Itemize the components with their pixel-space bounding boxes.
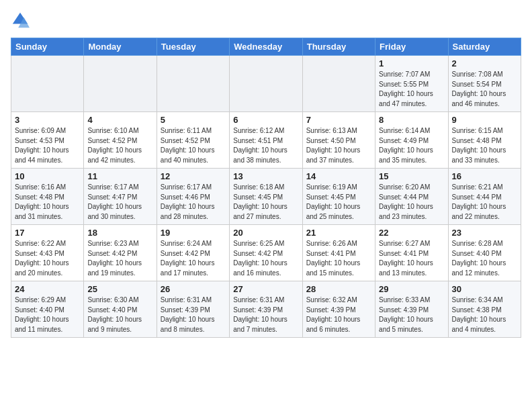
day-number: 29: [379, 284, 444, 294]
calendar-cell: 8Sunrise: 6:14 AM Sunset: 4:49 PM Daylig…: [375, 112, 448, 169]
day-number: 18: [87, 228, 152, 238]
day-number: 14: [306, 171, 371, 181]
day-info: Sunrise: 6:09 AM Sunset: 4:53 PM Dayligh…: [15, 126, 80, 165]
weekday-header: Monday: [84, 38, 157, 56]
day-number: 23: [452, 228, 517, 238]
calendar-cell: [84, 56, 157, 112]
calendar-week-row: 17Sunrise: 6:22 AM Sunset: 4:43 PM Dayli…: [11, 225, 521, 281]
day-number: 21: [306, 228, 371, 238]
calendar-cell: 24Sunrise: 6:29 AM Sunset: 4:40 PM Dayli…: [11, 281, 84, 338]
day-number: 17: [15, 228, 80, 238]
calendar-cell: 29Sunrise: 6:33 AM Sunset: 4:39 PM Dayli…: [375, 281, 448, 338]
weekday-header: Thursday: [302, 38, 375, 56]
calendar-cell: 6Sunrise: 6:12 AM Sunset: 4:51 PM Daylig…: [230, 112, 302, 169]
day-info: Sunrise: 6:10 AM Sunset: 4:52 PM Dayligh…: [87, 126, 152, 165]
day-number: 3: [15, 115, 80, 125]
calendar-cell: 19Sunrise: 6:24 AM Sunset: 4:42 PM Dayli…: [157, 225, 229, 281]
day-info: Sunrise: 6:14 AM Sunset: 4:49 PM Dayligh…: [379, 126, 444, 165]
day-number: 2: [452, 58, 517, 68]
calendar-table: SundayMondayTuesdayWednesdayThursdayFrid…: [11, 38, 521, 338]
calendar-cell: 28Sunrise: 6:32 AM Sunset: 4:39 PM Dayli…: [302, 281, 375, 338]
day-info: Sunrise: 6:33 AM Sunset: 4:39 PM Dayligh…: [379, 295, 444, 334]
day-info: Sunrise: 6:27 AM Sunset: 4:41 PM Dayligh…: [379, 239, 444, 278]
day-info: Sunrise: 6:21 AM Sunset: 4:44 PM Dayligh…: [452, 183, 517, 222]
calendar-cell: 23Sunrise: 6:28 AM Sunset: 4:40 PM Dayli…: [448, 225, 521, 281]
day-info: Sunrise: 6:18 AM Sunset: 4:45 PM Dayligh…: [233, 183, 298, 222]
day-number: 5: [161, 115, 226, 125]
day-info: Sunrise: 6:17 AM Sunset: 4:46 PM Dayligh…: [161, 183, 226, 222]
calendar-cell: 3Sunrise: 6:09 AM Sunset: 4:53 PM Daylig…: [11, 112, 84, 169]
day-info: Sunrise: 6:24 AM Sunset: 4:42 PM Dayligh…: [161, 239, 226, 278]
day-info: Sunrise: 6:11 AM Sunset: 4:52 PM Dayligh…: [161, 126, 226, 165]
day-info: Sunrise: 6:22 AM Sunset: 4:43 PM Dayligh…: [15, 239, 80, 278]
day-info: Sunrise: 6:31 AM Sunset: 4:39 PM Dayligh…: [161, 295, 226, 334]
calendar-cell: [11, 56, 84, 112]
calendar-cell: 13Sunrise: 6:18 AM Sunset: 4:45 PM Dayli…: [230, 169, 302, 225]
page-header: [11, 11, 521, 30]
day-number: 10: [15, 171, 80, 181]
weekday-header: Sunday: [11, 38, 84, 56]
calendar-cell: 12Sunrise: 6:17 AM Sunset: 4:46 PM Dayli…: [157, 169, 229, 225]
calendar-cell: [230, 56, 302, 112]
day-info: Sunrise: 6:28 AM Sunset: 4:40 PM Dayligh…: [452, 239, 517, 278]
day-info: Sunrise: 6:32 AM Sunset: 4:39 PM Dayligh…: [306, 295, 371, 334]
calendar-header: SundayMondayTuesdayWednesdayThursdayFrid…: [11, 38, 521, 56]
day-info: Sunrise: 6:17 AM Sunset: 4:47 PM Dayligh…: [87, 183, 152, 222]
weekday-header: Tuesday: [157, 38, 229, 56]
logo-icon: [11, 11, 30, 30]
day-info: Sunrise: 6:29 AM Sunset: 4:40 PM Dayligh…: [15, 295, 80, 334]
day-info: Sunrise: 6:16 AM Sunset: 4:48 PM Dayligh…: [15, 183, 80, 222]
calendar-cell: 16Sunrise: 6:21 AM Sunset: 4:44 PM Dayli…: [448, 169, 521, 225]
calendar-cell: 30Sunrise: 6:34 AM Sunset: 4:38 PM Dayli…: [448, 281, 521, 338]
calendar-cell: 4Sunrise: 6:10 AM Sunset: 4:52 PM Daylig…: [84, 112, 157, 169]
day-number: 20: [233, 228, 298, 238]
calendar-cell: 10Sunrise: 6:16 AM Sunset: 4:48 PM Dayli…: [11, 169, 84, 225]
day-info: Sunrise: 7:08 AM Sunset: 5:54 PM Dayligh…: [452, 70, 517, 109]
calendar-cell: 14Sunrise: 6:19 AM Sunset: 4:45 PM Dayli…: [302, 169, 375, 225]
calendar-cell: 5Sunrise: 6:11 AM Sunset: 4:52 PM Daylig…: [157, 112, 229, 169]
calendar-body: 1Sunrise: 7:07 AM Sunset: 5:55 PM Daylig…: [11, 56, 521, 338]
day-info: Sunrise: 6:15 AM Sunset: 4:48 PM Dayligh…: [452, 126, 517, 165]
day-number: 28: [306, 284, 371, 294]
day-info: Sunrise: 6:12 AM Sunset: 4:51 PM Dayligh…: [233, 126, 298, 165]
day-number: 9: [452, 115, 517, 125]
calendar-cell: 21Sunrise: 6:26 AM Sunset: 4:41 PM Dayli…: [302, 225, 375, 281]
calendar-cell: 7Sunrise: 6:13 AM Sunset: 4:50 PM Daylig…: [302, 112, 375, 169]
day-info: Sunrise: 7:07 AM Sunset: 5:55 PM Dayligh…: [379, 70, 444, 109]
calendar-cell: [302, 56, 375, 112]
calendar-week-row: 24Sunrise: 6:29 AM Sunset: 4:40 PM Dayli…: [11, 281, 521, 338]
day-number: 30: [452, 284, 517, 294]
day-info: Sunrise: 6:31 AM Sunset: 4:39 PM Dayligh…: [233, 295, 298, 334]
calendar-cell: 1Sunrise: 7:07 AM Sunset: 5:55 PM Daylig…: [375, 56, 448, 112]
weekday-header: Wednesday: [230, 38, 302, 56]
day-number: 27: [233, 284, 298, 294]
day-info: Sunrise: 6:13 AM Sunset: 4:50 PM Dayligh…: [306, 126, 371, 165]
logo: [11, 11, 32, 30]
day-info: Sunrise: 6:25 AM Sunset: 4:42 PM Dayligh…: [233, 239, 298, 278]
calendar-cell: 22Sunrise: 6:27 AM Sunset: 4:41 PM Dayli…: [375, 225, 448, 281]
page-container: SundayMondayTuesdayWednesdayThursdayFrid…: [0, 0, 532, 343]
day-number: 24: [15, 284, 80, 294]
day-number: 25: [87, 284, 152, 294]
calendar-cell: 2Sunrise: 7:08 AM Sunset: 5:54 PM Daylig…: [448, 56, 521, 112]
weekday-header: Saturday: [448, 38, 521, 56]
day-number: 26: [161, 284, 226, 294]
day-number: 11: [87, 171, 152, 181]
calendar-cell: 11Sunrise: 6:17 AM Sunset: 4:47 PM Dayli…: [84, 169, 157, 225]
day-number: 7: [306, 115, 371, 125]
calendar-week-row: 3Sunrise: 6:09 AM Sunset: 4:53 PM Daylig…: [11, 112, 521, 169]
day-number: 16: [452, 171, 517, 181]
weekday-header: Friday: [375, 38, 448, 56]
calendar-week-row: 1Sunrise: 7:07 AM Sunset: 5:55 PM Daylig…: [11, 56, 521, 112]
calendar-week-row: 10Sunrise: 6:16 AM Sunset: 4:48 PM Dayli…: [11, 169, 521, 225]
calendar-cell: [157, 56, 229, 112]
day-info: Sunrise: 6:19 AM Sunset: 4:45 PM Dayligh…: [306, 183, 371, 222]
day-number: 15: [379, 171, 444, 181]
day-info: Sunrise: 6:30 AM Sunset: 4:40 PM Dayligh…: [87, 295, 152, 334]
calendar-cell: 18Sunrise: 6:23 AM Sunset: 4:42 PM Dayli…: [84, 225, 157, 281]
day-info: Sunrise: 6:20 AM Sunset: 4:44 PM Dayligh…: [379, 183, 444, 222]
day-number: 22: [379, 228, 444, 238]
day-number: 8: [379, 115, 444, 125]
calendar-cell: 20Sunrise: 6:25 AM Sunset: 4:42 PM Dayli…: [230, 225, 302, 281]
calendar-cell: 26Sunrise: 6:31 AM Sunset: 4:39 PM Dayli…: [157, 281, 229, 338]
